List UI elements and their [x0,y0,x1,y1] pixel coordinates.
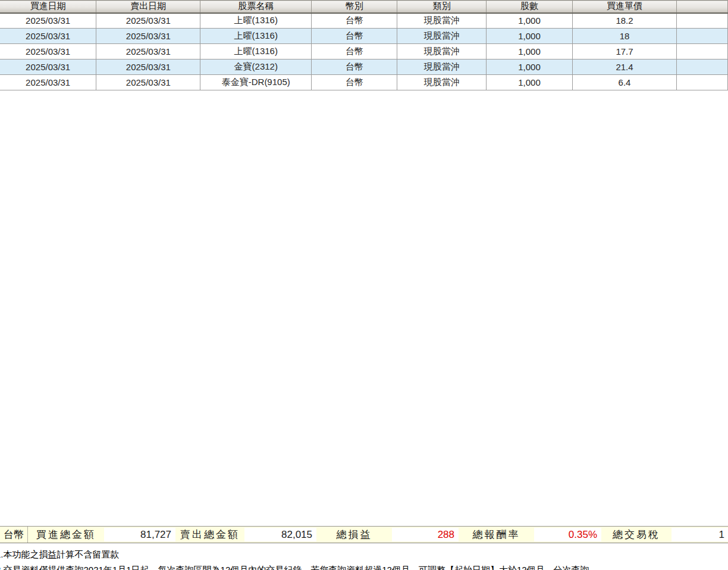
cell-category[interactable]: 現股當沖 [397,75,487,90]
cell-category[interactable]: 現股當沖 [397,29,487,44]
cell-sell-date[interactable]: 2025/03/31 [96,44,200,59]
cell-clipped[interactable] [677,75,728,90]
cell-stock-name[interactable]: 金寶(2312) [200,59,312,75]
sell-total-value: 82,015 [244,528,316,541]
cell-buy-date[interactable]: 2025/03/31 [0,29,96,44]
cell-category[interactable]: 現股當沖 [397,44,487,59]
cell-buy-price[interactable]: 18 [572,29,676,44]
cell-currency[interactable]: 台幣 [312,13,397,29]
cell-category[interactable]: 現股當沖 [397,59,487,75]
cell-buy-price[interactable]: 18.2 [572,13,676,29]
cell-currency[interactable]: 台幣 [312,29,397,44]
column-header-buy-date[interactable]: 買進日期 [0,1,96,13]
cell-shares[interactable]: 1,000 [487,29,573,44]
cell-clipped[interactable] [677,59,728,75]
column-header-currency[interactable]: 幣別 [312,1,397,13]
cell-shares[interactable]: 1,000 [487,13,573,29]
column-header-sell-date[interactable]: 賣出日期 [96,1,200,13]
cell-buy-price[interactable]: 17.7 [572,44,676,59]
cell-buy-date[interactable]: 2025/03/31 [0,44,96,59]
table-row[interactable]: 2025/03/31 2025/03/31 泰金寶-DR(9105) 台幣 現股… [0,75,728,90]
cell-sell-date[interactable]: 2025/03/31 [96,13,200,29]
cell-shares[interactable]: 1,000 [487,75,573,90]
cell-stock-name[interactable]: 上曜(1316) [200,13,312,29]
buy-total-value: 81,727 [104,528,175,541]
cell-shares[interactable]: 1,000 [487,44,573,59]
cell-buy-date[interactable]: 2025/03/31 [0,59,96,75]
totals-summary-bar: 台幣 買進總金額 81,727 賣出總金額 82,015 總損益 288 總報酬… [0,526,728,543]
footnotes: 1.本功能之損益計算不含留置款 2.交易資料僅提供查詢2021年1月1日起，每次… [0,547,598,570]
cell-currency[interactable]: 台幣 [312,44,397,59]
total-tax-label: 總交易稅 [601,527,671,543]
cell-sell-date[interactable]: 2025/03/31 [96,29,200,44]
cell-shares[interactable]: 1,000 [487,59,573,75]
return-rate-value: 0.35% [534,528,601,541]
table-row[interactable]: 2025/03/31 2025/03/31 上曜(1316) 台幣 現股當沖 1… [0,44,728,59]
summary-currency: 台幣 [0,527,28,543]
column-header-clipped[interactable] [677,1,728,13]
cell-stock-name[interactable]: 上曜(1316) [200,44,312,59]
buy-total-label: 買進總金額 [28,527,104,543]
total-tax-value: 1 [671,528,728,541]
total-pnl-value: 288 [392,528,459,541]
cell-stock-name[interactable]: 泰金寶-DR(9105) [200,75,312,90]
sell-total-label: 賣出總金額 [175,527,244,543]
footnote-line-2: 2.交易資料僅提供查詢2021年1月1日起，每次查詢區間為12個月內的交易紀錄，… [0,562,598,570]
column-header-category[interactable]: 類別 [397,1,487,13]
cell-buy-date[interactable]: 2025/03/31 [0,75,96,90]
cell-sell-date[interactable]: 2025/03/31 [96,59,200,75]
cell-buy-price[interactable]: 21.4 [572,59,676,75]
trade-results-table: 買進日期 賣出日期 股票名稱 幣別 類別 股數 買進單價 2025/03/31 … [0,0,728,90]
table-row[interactable]: 2025/03/31 2025/03/31 上曜(1316) 台幣 現股當沖 1… [0,29,728,44]
total-pnl-label: 總損益 [316,527,392,543]
cell-currency[interactable]: 台幣 [312,59,397,75]
cell-stock-name[interactable]: 上曜(1316) [200,29,312,44]
table-row[interactable]: 2025/03/31 2025/03/31 上曜(1316) 台幣 現股當沖 1… [0,13,728,29]
cell-clipped[interactable] [677,44,728,59]
cell-currency[interactable]: 台幣 [312,75,397,90]
table-row[interactable]: 2025/03/31 2025/03/31 金寶(2312) 台幣 現股當沖 1… [0,59,728,75]
cell-buy-date[interactable]: 2025/03/31 [0,13,96,29]
column-header-shares[interactable]: 股數 [487,1,573,13]
column-header-buy-price[interactable]: 買進單價 [572,1,676,13]
cell-category[interactable]: 現股當沖 [397,13,487,29]
footnote-line-1: 1.本功能之損益計算不含留置款 [0,547,598,562]
cell-buy-price[interactable]: 6.4 [572,75,676,90]
trade-history-screen: 買進日期 賣出日期 股票名稱 幣別 類別 股數 買進單價 2025/03/31 … [0,0,728,570]
return-rate-label: 總報酬率 [459,527,534,543]
cell-clipped[interactable] [677,29,728,44]
cell-sell-date[interactable]: 2025/03/31 [96,75,200,90]
column-header-stock-name[interactable]: 股票名稱 [200,1,312,13]
cell-clipped[interactable] [677,13,728,29]
table-header-row: 買進日期 賣出日期 股票名稱 幣別 類別 股數 買進單價 [0,1,728,13]
